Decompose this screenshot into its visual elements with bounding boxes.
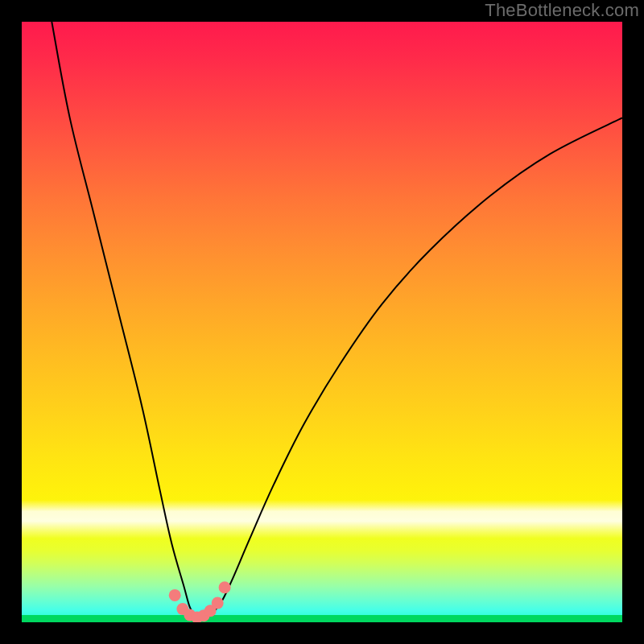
trough-dot <box>169 589 181 601</box>
trough-dots <box>22 22 622 622</box>
trough-dot <box>212 597 224 609</box>
plot-area <box>22 22 622 622</box>
dots-group <box>169 581 231 622</box>
attribution-text: TheBottleneck.com <box>485 0 639 21</box>
trough-dot <box>219 581 231 593</box>
chart-frame: TheBottleneck.com <box>0 0 644 644</box>
